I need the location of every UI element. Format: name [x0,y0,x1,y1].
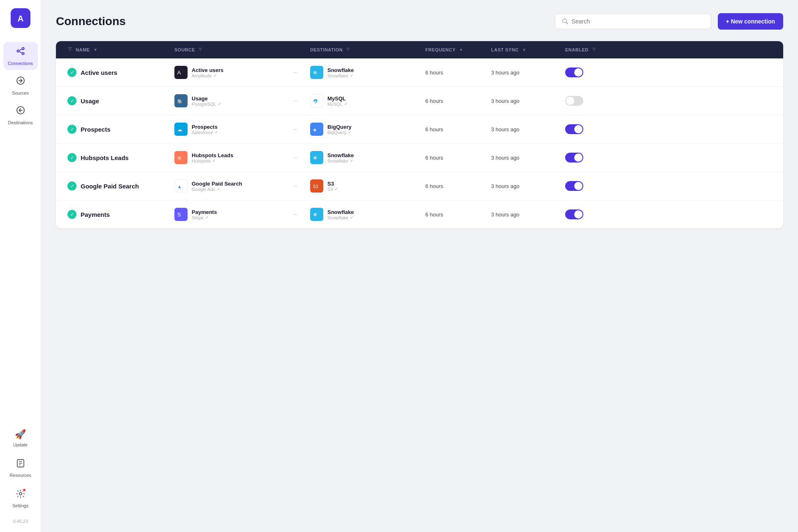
dest-logo: 🐬 [310,94,323,107]
last-sync-value: 3 hours ago [491,126,520,132]
dest-name: BigQuery [327,124,352,130]
table-header: NAME ▼ SOURCE DESTINATION FREQUENCY ▼ [56,41,783,58]
enabled-toggle[interactable] [565,181,583,191]
last-sync-value: 3 hours ago [491,155,520,161]
sort-icon-sync: ▼ [522,47,527,52]
th-arrow [285,41,305,58]
sidebar-item-connections[interactable]: Connections [3,42,38,70]
sidebar-item-update[interactable]: 🚀 Update [3,425,38,451]
sort-icon-name: ▼ [93,47,97,52]
source-logo: ☁ [174,123,188,136]
sidebar-bottom: 🚀 Update Resources Set [0,425,41,524]
enabled-toggle[interactable] [565,153,583,163]
table-row[interactable]: ✓ Prospects ☁ Prospects Salesforce ✓ → ◈… [56,115,783,144]
main-content: Connections + New connection NAME ▼ [41,0,798,532]
last-sync-value: 3 hours ago [491,211,520,218]
row-frequency: 6 hours [420,176,486,197]
dest-details: BigQuery BigQuery ✓ [327,124,352,135]
filter-icon-dest [346,47,350,52]
status-indicator: ✓ [67,210,77,219]
page-title: Connections [56,15,126,28]
source-info: 🐘 Usage PostgreSQL ✓ [174,94,221,107]
source-type: Google Ads ✓ [192,187,242,192]
sidebar-item-settings-label: Settings [12,503,29,508]
source-name: Usage [192,95,221,102]
search-input[interactable] [572,18,704,25]
sidebar-item-settings[interactable]: Settings [3,485,38,512]
enabled-toggle[interactable] [565,124,583,134]
table-body: ✓ Active users A Active users Amplitude … [56,58,783,228]
source-info: ⚙ Hubspots Leads Hubspots ✓ [174,151,233,164]
search-container[interactable] [555,14,711,29]
svg-text:◈: ◈ [313,127,317,132]
source-details: Hubspots Leads Hubspots ✓ [192,152,233,163]
th-frequency[interactable]: FREQUENCY ▼ [420,41,486,58]
row-last-sync: 3 hours ago [486,176,560,197]
row-dest-cell: S3 S3 S3 ✓ [305,172,420,200]
sidebar-item-update-label: Update [13,442,28,447]
row-source-cell: ▲ Google Paid Search Google Ads ✓ [169,172,285,200]
row-arrow: → [285,61,305,84]
table-row[interactable]: ✓ Hubspots Leads ⚙ Hubspots Leads Hubspo… [56,144,783,172]
page-header: Connections + New connection [56,13,783,30]
row-dest-cell: ◈ BigQuery BigQuery ✓ [305,115,420,143]
dest-logo: ❄ [310,66,323,79]
table-row[interactable]: ✓ Active users A Active users Amplitude … [56,58,783,87]
dest-info: ❄ Snowflake Snowflake ✓ [310,151,354,164]
th-last-sync[interactable]: LAST SYNC ▼ [486,41,560,58]
row-dest-cell: ❄ Snowflake Snowflake ✓ [305,200,420,228]
sidebar-item-destinations[interactable]: Destinations [3,101,38,129]
table-row[interactable]: ✓ Usage 🐘 Usage PostgreSQL ✓ → 🐬 MySQL M… [56,87,783,115]
dest-details: Snowflake Snowflake ✓ [327,152,354,163]
dest-info: ❄ Snowflake Snowflake ✓ [310,208,354,221]
dest-type: Snowflake ✓ [327,158,354,163]
table-row[interactable]: ✓ Payments S Payments Stripe ✓ → ❄ Snowf… [56,200,783,228]
sidebar-item-resources-label: Resources [9,473,31,478]
svg-point-4 [22,53,24,55]
th-enabled[interactable]: ENABLED [560,41,610,58]
row-last-sync: 3 hours ago [486,91,560,112]
destinations-icon [16,105,26,118]
svg-line-5 [19,49,22,51]
sidebar-item-sources-label: Sources [12,91,28,95]
dest-type: MySQL ✓ [327,102,348,107]
row-source-cell: A Active users Amplitude ✓ [169,58,285,86]
th-name[interactable]: NAME ▼ [63,41,169,58]
connections-table: NAME ▼ SOURCE DESTINATION FREQUENCY ▼ [56,41,783,228]
dest-name: S3 [327,181,338,187]
resources-icon [16,459,25,470]
source-type: PostgreSQL ✓ [192,102,221,107]
source-name: Payments [192,209,217,215]
dest-name: Snowflake [327,209,354,215]
enabled-toggle[interactable] [565,209,583,219]
enabled-toggle[interactable] [565,96,583,106]
dest-details: MySQL MySQL ✓ [327,95,348,107]
svg-text:A: A [177,70,181,76]
svg-text:❄: ❄ [313,212,317,218]
svg-point-3 [22,48,24,50]
new-connection-button[interactable]: + New connection [718,13,783,30]
verified-icon-dest: ✓ [348,130,351,135]
source-name: Prospects [192,124,218,130]
row-frequency: 6 hours [420,147,486,168]
row-arrow: → [285,118,305,140]
enabled-toggle[interactable] [565,67,583,77]
th-source[interactable]: SOURCE [169,41,285,58]
last-sync-value: 3 hours ago [491,183,520,189]
dest-type: BigQuery ✓ [327,130,352,135]
row-last-sync: 3 hours ago [486,204,560,225]
sidebar-item-resources[interactable]: Resources [3,455,38,482]
svg-text:❄: ❄ [313,70,317,76]
status-indicator: ✓ [67,153,77,162]
sidebar-item-destinations-label: Destinations [8,120,33,125]
row-enabled-cell [560,60,610,85]
sidebar-item-sources[interactable]: Sources [3,72,38,100]
th-destination[interactable]: DESTINATION [305,41,420,58]
table-row[interactable]: ✓ Google Paid Search ▲ Google Paid Searc… [56,172,783,200]
settings-badge [23,488,26,492]
row-name: Google Paid Search [81,183,139,190]
row-enabled-cell [560,88,610,113]
header-actions: + New connection [555,13,783,30]
row-dest-cell: 🐬 MySQL MySQL ✓ [305,87,420,115]
last-sync-value: 3 hours ago [491,70,520,76]
